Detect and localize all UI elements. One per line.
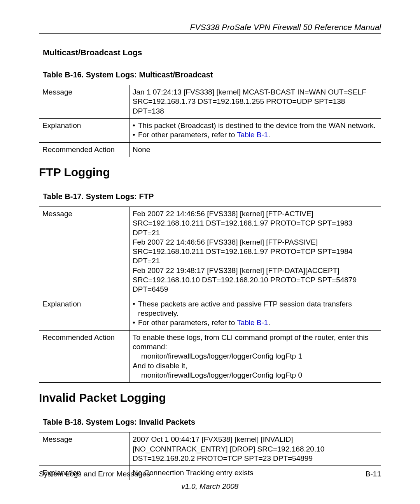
table-row: Message Jan 1 07:24:13 [FVS338] [kernel]… <box>39 85 381 119</box>
table-row: Explanation •This packet (Broadcast) is … <box>39 118 381 142</box>
link-table-b1[interactable]: Table B-1 <box>237 131 268 139</box>
table-row: Recommended Action To enable these logs,… <box>39 330 381 383</box>
page-header-title: FVS338 ProSafe VPN Firewall 50 Reference… <box>39 23 381 32</box>
footer-rule <box>39 466 381 466</box>
table-caption-b16: Table B-16. System Logs: Multicast/Broad… <box>43 70 381 79</box>
table-row: Message Feb 2007 22 14:46:56 [FVS338] [k… <box>39 206 381 297</box>
subheading-multicast: Multicast/Broadcast Logs <box>43 48 381 57</box>
table-caption-b18: Table B-18. System Logs: Invalid Packets <box>43 418 381 427</box>
cell-message: Feb 2007 22 14:46:56 [FVS338] [kernel] [… <box>130 206 381 297</box>
log-line: Feb 2007 22 19:48:17 [FVS338] [kernel] [… <box>133 266 378 294</box>
cell-explanation: •This packet (Broadcast) is destined to … <box>130 118 381 142</box>
cell-action: None <box>130 142 381 157</box>
cell-message: 2007 Oct 1 00:44:17 [FVX538] [kernel] [I… <box>130 432 381 466</box>
footer-left: System Logs and Error Messages <box>39 470 150 478</box>
cell-label-action: Recommended Action <box>39 142 130 157</box>
bullet-text: For other parameters, refer to Table B-1… <box>138 318 378 327</box>
footer-version: v1.0, March 2008 <box>39 482 381 491</box>
cell-explanation: •These packets are active and passive FT… <box>130 297 381 330</box>
cell-label-message: Message <box>39 85 130 119</box>
bullet-text: These packets are active and passive FTP… <box>138 299 378 318</box>
header-rule <box>39 33 381 34</box>
table-row: Explanation •These packets are active an… <box>39 297 381 330</box>
footer-page-number: B-11 <box>366 470 381 478</box>
heading-ftp-logging: FTP Logging <box>39 166 381 179</box>
cell-label-message: Message <box>39 206 130 297</box>
log-line: Feb 2007 22 14:46:56 [FVS338] [kernel] [… <box>133 209 378 238</box>
table-caption-b17: Table B-17. System Logs: FTP <box>43 192 381 201</box>
bullet-text: This packet (Broadcast) is destined to t… <box>138 121 378 130</box>
action-line: And to disable it, <box>133 361 378 371</box>
action-command: monitor/firewallLogs/logger/loggerConfig… <box>133 371 378 380</box>
page-footer: System Logs and Error Messages B-11 v1.0… <box>39 466 381 491</box>
action-line: To enable these logs, from CLI command p… <box>133 333 378 352</box>
link-table-b1[interactable]: Table B-1 <box>237 318 268 327</box>
heading-invalid-packet-logging: Invalid Packet Logging <box>39 391 381 404</box>
cell-label-explanation: Explanation <box>39 297 130 330</box>
bullet-text: For other parameters, refer to Table B-1… <box>138 130 378 140</box>
cell-message: Jan 1 07:24:13 [FVS338] [kernel] MCAST-B… <box>130 85 381 119</box>
table-b17: Message Feb 2007 22 14:46:56 [FVS338] [k… <box>39 206 381 383</box>
cell-label-action: Recommended Action <box>39 330 130 383</box>
log-line: Feb 2007 22 14:46:56 [FVS338] [kernel] [… <box>133 238 378 266</box>
cell-label-message: Message <box>39 432 130 466</box>
cell-action: To enable these logs, from CLI command p… <box>130 330 381 383</box>
page: FVS338 ProSafe VPN Firewall 50 Reference… <box>0 0 420 504</box>
table-b16: Message Jan 1 07:24:13 [FVS338] [kernel]… <box>39 85 381 157</box>
table-row: Recommended Action None <box>39 142 381 157</box>
cell-label-explanation: Explanation <box>39 118 130 142</box>
action-command: monitor/firewallLogs/logger/loggerConfig… <box>133 352 378 361</box>
table-row: Message 2007 Oct 1 00:44:17 [FVX538] [ke… <box>39 432 381 466</box>
